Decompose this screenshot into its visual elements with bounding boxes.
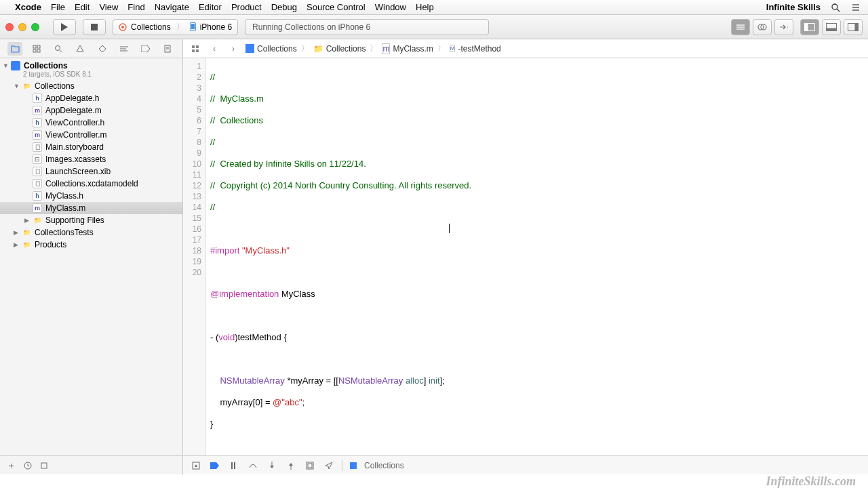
menu-source-control[interactable]: Source Control bbox=[307, 2, 366, 12]
folder-icon: 📁 bbox=[22, 81, 31, 91]
file-row[interactable]: mViewController.m bbox=[0, 129, 182, 141]
project-tree[interactable]: ▼ Collections 2 targets, iOS SDK 8.1 ▼ 📁… bbox=[0, 58, 182, 455]
version-editor-button[interactable] bbox=[774, 19, 793, 35]
sb-file-icon: ⎕ bbox=[33, 179, 42, 188]
crumb-group[interactable]: Collections bbox=[326, 44, 366, 54]
toggle-debug-button[interactable] bbox=[190, 460, 202, 471]
sb-file-icon: ⎕ bbox=[33, 142, 42, 152]
project-navigator-tab[interactable] bbox=[7, 42, 22, 56]
menu-find[interactable]: Find bbox=[127, 2, 144, 12]
navigator-footer: ＋ bbox=[0, 455, 182, 474]
find-navigator-tab[interactable] bbox=[51, 42, 66, 56]
disclosure-triangle-icon[interactable]: ▶ bbox=[14, 241, 20, 248]
file-row[interactable]: hViewController.h bbox=[0, 117, 182, 129]
continue-button[interactable] bbox=[228, 460, 240, 471]
file-name-label: Images.xcassets bbox=[45, 155, 106, 164]
line-number-gutter: 1234567891011121314151617181920 bbox=[183, 58, 206, 455]
menu-window[interactable]: Window bbox=[375, 2, 406, 12]
group-supporting-files[interactable]: ▶ 📁 Supporting Files bbox=[0, 214, 182, 226]
step-out-button[interactable] bbox=[285, 460, 297, 471]
h-file-icon: h bbox=[33, 191, 42, 201]
m-file-icon: m bbox=[33, 203, 42, 213]
run-button[interactable] bbox=[53, 19, 76, 35]
test-navigator-tab[interactable] bbox=[95, 42, 110, 56]
folder-icon: 📁 bbox=[22, 228, 31, 237]
code-area[interactable]: // // MyClass.m // Collections // // Cre… bbox=[206, 58, 868, 455]
location-button[interactable] bbox=[323, 460, 335, 471]
menubar-extra-label[interactable]: Infinite Skills bbox=[766, 2, 821, 12]
macos-menubar: Xcode File Edit View Find Navigate Edito… bbox=[0, 0, 868, 15]
disclosure-triangle-icon[interactable]: ▼ bbox=[3, 62, 9, 69]
file-row[interactable]: mAppDelegate.m bbox=[0, 104, 182, 117]
m-file-icon: m bbox=[33, 106, 42, 115]
back-button[interactable]: ‹ bbox=[208, 43, 221, 55]
symbol-navigator-tab[interactable] bbox=[29, 42, 44, 56]
step-over-button[interactable] bbox=[247, 460, 259, 471]
menu-file[interactable]: File bbox=[51, 2, 65, 12]
group-products[interactable]: ▶ 📁 Products bbox=[0, 239, 182, 251]
process-icon bbox=[349, 462, 357, 470]
breakpoint-navigator-tab[interactable] bbox=[138, 42, 153, 56]
filter-scm-icon[interactable] bbox=[40, 462, 48, 470]
svg-rect-10 bbox=[191, 24, 195, 29]
file-row[interactable]: ⊡Images.xcassets bbox=[0, 153, 182, 165]
toggle-navigator-button[interactable] bbox=[800, 19, 819, 35]
crumb-project[interactable]: Collections bbox=[257, 44, 297, 54]
toggle-utilities-button[interactable] bbox=[844, 19, 863, 35]
svg-line-1 bbox=[837, 9, 840, 12]
file-row[interactable]: hAppDelegate.h bbox=[0, 92, 182, 104]
menu-product[interactable]: Product bbox=[231, 2, 262, 12]
report-navigator-tab[interactable] bbox=[160, 42, 175, 56]
file-row[interactable]: ⎕Collections.xcdatamodeld bbox=[0, 178, 182, 190]
source-editor[interactable]: 1234567891011121314151617181920 // // My… bbox=[183, 58, 868, 455]
assistant-editor-button[interactable] bbox=[753, 19, 772, 35]
forward-button[interactable]: › bbox=[226, 43, 240, 55]
menu-edit[interactable]: Edit bbox=[75, 2, 90, 12]
file-name-label: Main.storyboard bbox=[45, 142, 104, 152]
group-label: Supporting Files bbox=[45, 216, 104, 225]
disclosure-triangle-icon[interactable]: ▼ bbox=[14, 83, 20, 89]
add-button[interactable]: ＋ bbox=[7, 460, 16, 472]
stop-button[interactable] bbox=[83, 19, 106, 35]
issue-navigator-tab[interactable] bbox=[73, 42, 87, 56]
file-row[interactable]: ⎕Main.storyboard bbox=[0, 141, 182, 153]
jump-bar[interactable]: ‹ › Collections 〉 📁 Collections 〉 m MyCl… bbox=[183, 39, 868, 58]
crumb-file[interactable]: MyClass.m bbox=[393, 44, 433, 54]
disclosure-triangle-icon[interactable]: ▶ bbox=[14, 229, 20, 236]
menubar-list-icon[interactable] bbox=[850, 3, 861, 12]
related-items-button[interactable] bbox=[189, 43, 202, 55]
step-into-button[interactable] bbox=[266, 460, 278, 471]
menu-debug[interactable]: Debug bbox=[271, 2, 297, 12]
debug-navigator-tab[interactable] bbox=[117, 42, 132, 56]
file-row[interactable]: hMyClass.h bbox=[0, 190, 182, 202]
menu-navigate[interactable]: Navigate bbox=[155, 2, 189, 12]
zoom-window-button[interactable] bbox=[31, 23, 39, 31]
app-menu[interactable]: Xcode bbox=[15, 2, 41, 12]
breakpoints-toggle[interactable] bbox=[209, 460, 221, 471]
svg-point-0 bbox=[832, 4, 837, 9]
minimize-window-button[interactable] bbox=[18, 23, 26, 31]
toggle-debug-area-button[interactable] bbox=[822, 19, 841, 35]
svg-point-8 bbox=[121, 26, 124, 28]
watermark: InfiniteSkills.com bbox=[766, 474, 856, 488]
crumb-method[interactable]: -testMethod bbox=[458, 44, 500, 54]
img-file-icon: ⊡ bbox=[33, 155, 42, 164]
file-row[interactable]: mMyClass.m bbox=[0, 202, 182, 214]
group-tests[interactable]: ▶ 📁 CollectionsTests bbox=[0, 226, 182, 239]
menu-help[interactable]: Help bbox=[416, 2, 434, 12]
close-window-button[interactable] bbox=[5, 23, 14, 31]
group-collections[interactable]: ▼ 📁 Collections bbox=[0, 80, 182, 92]
view-debugger-button[interactable] bbox=[304, 460, 316, 471]
h-file-icon: h bbox=[33, 118, 42, 127]
disclosure-triangle-icon[interactable]: ▶ bbox=[24, 217, 31, 224]
process-label[interactable]: Collections bbox=[364, 461, 404, 470]
menu-editor[interactable]: Editor bbox=[199, 2, 222, 12]
xcode-toolbar: Collections 〉 iPhone 6 Running Collectio… bbox=[0, 15, 868, 39]
svg-rect-18 bbox=[805, 23, 808, 30]
file-row[interactable]: ⎕LaunchScreen.xib bbox=[0, 165, 182, 178]
standard-editor-button[interactable] bbox=[731, 19, 750, 35]
spotlight-icon[interactable] bbox=[830, 3, 841, 12]
scheme-selector[interactable]: Collections 〉 iPhone 6 bbox=[113, 19, 238, 35]
menu-view[interactable]: View bbox=[99, 2, 118, 12]
filter-recent-icon[interactable] bbox=[24, 462, 32, 470]
